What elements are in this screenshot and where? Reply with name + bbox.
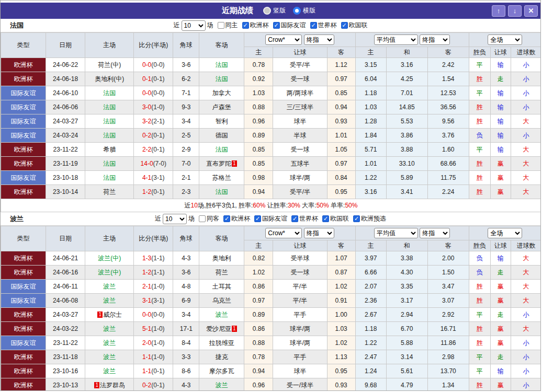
filter-checkbox[interactable]: ✓国际友谊 xyxy=(273,21,306,30)
away-team: 直布罗陀1 xyxy=(199,157,244,171)
avg-draw-odds: 3.38 xyxy=(386,251,427,266)
odds-away: 1.03 xyxy=(327,322,355,336)
date-cell: 23-10-13 xyxy=(46,378,85,391)
checkbox-label: 同主 xyxy=(225,21,238,30)
half-score: (3-1) xyxy=(151,297,164,304)
column-header: 比分(半场) xyxy=(134,33,173,58)
result-goals: 小 xyxy=(511,364,541,378)
avg-home-odds: 1.18 xyxy=(355,322,386,336)
final-odds-select-2[interactable]: 终指 xyxy=(420,228,450,238)
odds-home-header: 主 xyxy=(244,240,273,251)
home-team: 法国 xyxy=(85,114,134,129)
final-odds-select-2[interactable]: 终指 xyxy=(420,34,450,45)
half-score: (0-1) xyxy=(151,367,164,375)
odds-away: 1.02 xyxy=(327,280,355,294)
avg-home-header: 主 xyxy=(355,240,386,251)
result-handicap: 走 xyxy=(490,72,511,86)
checkbox-label: 欧国联 xyxy=(330,214,349,223)
summary-segment: 10 xyxy=(191,202,198,209)
handicap-line: 球半/两 xyxy=(273,336,327,350)
team-section: 波兰 近 10 场 同客 ✓欧洲杯✓国际友谊✓世界杯✓欧国联✓欧洲预选 类型日期… xyxy=(1,212,540,391)
layout-radio-horizontal[interactable]: 横版 xyxy=(293,6,315,15)
result-handicap: 走 xyxy=(490,350,511,364)
filter-checkbox[interactable]: ✓欧国联 xyxy=(341,21,368,30)
column-header: 类型 xyxy=(1,226,46,251)
final-odds-select[interactable]: 终指 xyxy=(304,228,334,238)
scroll-down-button[interactable]: ↓ xyxy=(508,5,522,17)
half-score: (1-0) xyxy=(151,283,164,290)
avg-home-odds: 3.16 xyxy=(355,185,386,199)
avg-away-odds: 1.54 xyxy=(427,72,469,86)
red-card-icon: 1 xyxy=(232,326,237,332)
summary-segment: 60% xyxy=(253,202,265,209)
bookmaker-select[interactable]: Crow* xyxy=(265,34,302,45)
fulltime-select[interactable]: 全场 xyxy=(488,228,522,238)
date-cell: 23-11-22 xyxy=(46,336,85,350)
filter-checkbox[interactable]: ✓欧洲杯 xyxy=(242,21,269,30)
date-cell: 23-11-22 xyxy=(46,143,85,157)
odds-away: 0.87 xyxy=(327,266,355,280)
score-cell: 0-0(0-0) xyxy=(134,58,173,72)
fulltime-select[interactable]: 全场 xyxy=(488,34,522,45)
date-cell: 24-03-27 xyxy=(46,114,85,129)
filter-checkbox[interactable]: ✓国际友谊 xyxy=(254,214,287,223)
recent-count-select[interactable]: 10 xyxy=(182,20,206,31)
full-score: 1-1 xyxy=(142,367,151,375)
result-goals: 大 xyxy=(511,114,541,129)
score-cell: 2-2(0-1) xyxy=(134,143,173,157)
result-handicap: 赢 xyxy=(490,171,511,185)
result-wdl: 平 xyxy=(469,308,490,322)
filter-checkbox[interactable]: 同主 xyxy=(218,21,238,30)
fulltime-select-header: 全场 xyxy=(469,226,541,240)
half-score: (0-1) xyxy=(151,75,164,83)
home-team: 1法罗群岛 xyxy=(85,378,134,391)
final-odds-select[interactable]: 终指 xyxy=(304,34,334,45)
layout-radio-vertical[interactable]: 竖版 xyxy=(263,6,286,15)
odds-away: 1.01 xyxy=(327,129,355,143)
corner-cell: 9-3 xyxy=(173,100,199,114)
competition-cell: 欧洲杯 xyxy=(1,308,46,322)
result-wdl: 胜 xyxy=(469,280,490,294)
away-team: 波兰 xyxy=(199,378,244,391)
avg-home-odds: 1.03 xyxy=(355,100,386,114)
recent-count-select[interactable]: 10 xyxy=(163,214,187,224)
average-select[interactable]: 平均值 xyxy=(374,34,418,45)
corner-cell: 4-3 xyxy=(173,251,199,266)
avg-away-odds: 11.86 xyxy=(427,336,469,350)
full-score: 4-1 xyxy=(142,174,151,181)
competition-cell: 国际友谊 xyxy=(1,294,46,308)
result-wdl: 胜 xyxy=(469,336,490,350)
average-select[interactable]: 平均值 xyxy=(374,228,418,238)
result-handicap: 输 xyxy=(490,86,511,100)
filter-checkbox[interactable]: 同客 xyxy=(199,214,219,223)
checkbox-icon: ✓ xyxy=(242,22,249,29)
filter-checkbox[interactable]: ✓世界杯 xyxy=(291,214,318,223)
average-select-header: 平均值 终指 xyxy=(355,226,469,240)
full-score: 0-0 xyxy=(142,61,151,68)
filter-checkbox[interactable]: ✓欧洲预选 xyxy=(353,214,386,223)
avg-draw-odds: 4.30 xyxy=(386,266,427,280)
avg-home-odds: 6.66 xyxy=(355,266,386,280)
match-row: 国际友谊23-11-22波兰2-0(1-0)8-4拉脱维亚0.88球半/两1.0… xyxy=(1,336,541,350)
date-cell: 23-10-14 xyxy=(46,185,85,199)
summary-cell: 近10场,胜6平3负1, 胜率:60% 让胜率:30% 大率:50% 单率:50… xyxy=(1,199,541,212)
scroll-up-button[interactable]: ↑ xyxy=(492,5,505,17)
corner-cell: 7-1 xyxy=(173,86,199,100)
odds-away: 1.05 xyxy=(327,143,355,157)
handicap-result-header: 让球 xyxy=(490,47,511,58)
close-button[interactable]: ✕ xyxy=(524,5,538,17)
filter-checkbox[interactable]: ✓世界杯 xyxy=(310,21,337,30)
bookmaker-select[interactable]: Crow* xyxy=(265,228,302,238)
competition-cell: 欧洲杯 xyxy=(1,72,46,86)
corner-cell: 4-8 xyxy=(173,280,199,294)
score-cell: 0-0(0-0) xyxy=(134,308,173,322)
filter-checkbox[interactable]: ✓欧国联 xyxy=(322,214,349,223)
checkbox-label: 国际友谊 xyxy=(262,214,287,223)
filter-prefix: 近 xyxy=(174,21,180,30)
away-team: 法国 xyxy=(199,185,244,199)
result-wdl: 平 xyxy=(469,350,490,364)
handicap-line: 平/半 xyxy=(273,280,327,294)
filter-checkbox[interactable]: ✓欧洲杯 xyxy=(223,214,250,223)
corner-cell: 3-6 xyxy=(173,58,199,72)
avg-away-odds: 16.71 xyxy=(427,322,469,336)
